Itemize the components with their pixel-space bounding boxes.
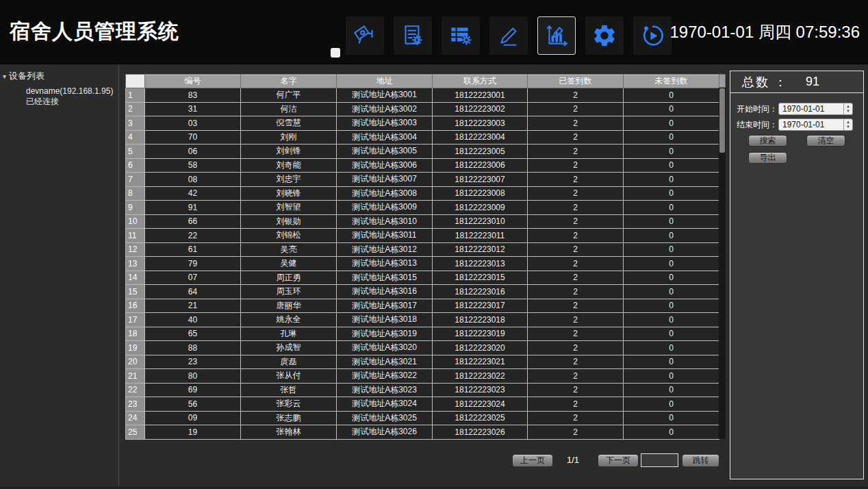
- table-cell: 79: [145, 257, 241, 271]
- table-row[interactable]: 1261吴亮测试地址A栋30121812222301220: [126, 242, 719, 257]
- table-cell: 42: [145, 186, 241, 201]
- toolbar-button-edit[interactable]: [489, 16, 528, 55]
- spin-down-icon[interactable]: ▼: [846, 125, 850, 129]
- row-number-cell: 6: [126, 158, 145, 173]
- export-button[interactable]: 导出: [748, 152, 787, 164]
- table-row[interactable]: 2356张彩云测试地址A栋30241812222302420: [126, 397, 719, 412]
- table-cell: 08: [145, 173, 241, 187]
- table-cell: 0: [624, 285, 719, 299]
- table-row[interactable]: 1122刘锦松测试地址A栋30111812222301120: [126, 229, 719, 243]
- attendance-grid: 编号 名字 地址 联系方式 已签到数 未签到数 183何广平测试地址A栋3001…: [125, 74, 719, 440]
- table-row[interactable]: 2023庹磊测试地址A栋30211812222302120: [126, 355, 719, 369]
- start-time-label: 开始时间：: [730, 103, 778, 115]
- table-row[interactable]: 1066刘银勋测试地址A栋30101812222301020: [126, 214, 719, 229]
- spin-up-icon[interactable]: ▲: [846, 121, 850, 124]
- table-row[interactable]: 231何洁测试地址A栋30021812222300220: [126, 102, 719, 116]
- end-time-spinner: ▲ ▼: [843, 119, 852, 130]
- table-cell: 2: [528, 369, 624, 384]
- table-row[interactable]: 1407周正勇测试地址A栋30151812222301520: [126, 271, 719, 285]
- table-cell: 测试地址A栋3024: [337, 397, 433, 412]
- table-row[interactable]: 658刘奇能测试地址A栋30061812222300620: [126, 158, 719, 173]
- device-tree-group[interactable]: ▾ 设备列表: [0, 64, 118, 82]
- table-cell: 测试地址A栋3015: [337, 271, 433, 285]
- table-row[interactable]: 506刘剑锋测试地址A栋30051812222300520: [126, 145, 719, 159]
- table-row[interactable]: 991刘智望测试地址A栋30091812222300920: [126, 201, 719, 215]
- column-header-signed[interactable]: 已签到数: [528, 75, 624, 88]
- column-header-address[interactable]: 地址: [337, 75, 433, 88]
- table-cell: 18122223016: [433, 285, 528, 299]
- column-header-unsigned[interactable]: 未签到数: [624, 75, 719, 88]
- jump-button[interactable]: 跳转: [682, 454, 719, 467]
- table-row[interactable]: 470刘刚测试地址A栋30041812222300420: [126, 130, 719, 145]
- table-cell: 06: [145, 145, 241, 159]
- table-row[interactable]: 1988孙成智测试地址A栋30201812222302020: [126, 341, 719, 355]
- table-row[interactable]: 2269张哲测试地址A栋30231812222302320: [126, 383, 719, 397]
- row-number-cell: 23: [126, 397, 145, 412]
- table-row[interactable]: 183何广平测试地址A栋30011812222300120: [126, 88, 719, 103]
- toolbar-button-camera[interactable]: [346, 16, 384, 55]
- column-header-name[interactable]: 名字: [241, 75, 337, 88]
- table-cell: 2: [528, 88, 624, 103]
- spin-down-icon[interactable]: ▼: [846, 110, 850, 113]
- column-header-phone[interactable]: 联系方式: [433, 75, 528, 88]
- table-row[interactable]: 1379吴健测试地址A栋30131812222301320: [126, 257, 719, 271]
- device-list-sidebar: ▾ 设备列表 devname(192.168.1.95) 已经连接: [0, 64, 119, 486]
- toolbar-button-playback[interactable]: [633, 16, 672, 55]
- end-time-input[interactable]: 1970-01-01 ▲ ▼: [778, 118, 853, 131]
- next-page-button[interactable]: 下一页: [598, 454, 639, 467]
- table-row[interactable]: 1865孔琳测试地址A栋30191812222301920: [126, 327, 719, 341]
- table-cell: 18122223018: [433, 313, 528, 327]
- start-time-row: 开始时间： 1970-01-01 ▲ ▼: [730, 103, 865, 115]
- table-cell: 0: [624, 369, 719, 384]
- prev-page-button[interactable]: 上一页: [512, 454, 553, 467]
- title-bar: 宿舍人员管理系统: [0, 0, 868, 64]
- spin-up-icon[interactable]: ▲: [846, 105, 850, 108]
- scrollbar-header-cap: [719, 74, 726, 88]
- device-tree-item[interactable]: devname(192.168.1.95) 已经连接: [0, 82, 118, 107]
- jump-page-input[interactable]: [641, 453, 678, 467]
- total-label: 总数 ：: [730, 74, 788, 90]
- table-cell: 2: [528, 201, 624, 215]
- table-scrollbar[interactable]: [719, 74, 726, 439]
- row-number-cell: 11: [126, 229, 145, 243]
- clear-button[interactable]: 清空: [806, 135, 845, 147]
- table-scrollbar-thumb[interactable]: [719, 88, 725, 153]
- table-row[interactable]: 2180张从付测试地址A栋30221812222302220: [126, 369, 719, 384]
- row-number-cell: 21: [126, 369, 145, 384]
- table-cell: 03: [145, 116, 241, 131]
- table-row[interactable]: 1564周玉环测试地址A栋30161812222301620: [126, 285, 719, 299]
- toolbar-button-statistics[interactable]: [537, 16, 576, 55]
- table-cell: 0: [624, 271, 719, 285]
- table-cell: 18122223023: [433, 383, 528, 397]
- table-cell: 0: [624, 145, 719, 159]
- table-cell: 18122223015: [433, 271, 528, 285]
- drag-handle[interactable]: [331, 48, 340, 58]
- table-row[interactable]: 1621唐丽华测试地址A栋30171812222301720: [126, 299, 719, 313]
- table-cell: 刘银勋: [241, 214, 337, 229]
- toolbar-button-settings[interactable]: [585, 16, 624, 55]
- table-row[interactable]: 842刘晓锋测试地址A栋30081812222300820: [126, 186, 719, 201]
- table-cell: 07: [145, 271, 241, 285]
- table-row[interactable]: 2519张翰林测试地址A栋30261812222302620: [126, 425, 719, 440]
- search-button[interactable]: 搜索: [748, 135, 787, 147]
- toolbar-button-report[interactable]: [394, 16, 432, 55]
- table-cell: 18122223024: [433, 397, 528, 412]
- table-row[interactable]: 708刘忠宇测试地址A栋30071812222300720: [126, 173, 719, 187]
- toolbar-button-records[interactable]: [442, 16, 480, 55]
- table-row[interactable]: 303倪雪慧测试地址A栋30031812222300320: [126, 116, 719, 131]
- table-cell: 2: [528, 383, 624, 397]
- table-cell: 吴健: [241, 257, 337, 271]
- column-header-id[interactable]: 编号: [145, 75, 241, 88]
- table-cell: 0: [624, 411, 719, 425]
- table-cell: 18122223019: [433, 327, 528, 341]
- table-cell: 23: [145, 355, 241, 369]
- device-name: devname(192.168.1.95): [26, 86, 118, 97]
- page-title: 宿舍人员管理系统: [0, 18, 179, 46]
- collapse-arrow-icon[interactable]: ▾: [3, 73, 6, 80]
- start-time-input[interactable]: 1970-01-01 ▲ ▼: [778, 103, 853, 115]
- table-row[interactable]: 1740姚永全测试地址A栋30181812222301820: [126, 313, 719, 327]
- table-cell: 18122223021: [433, 355, 528, 369]
- table-cell: 测试地址A栋3013: [337, 257, 433, 271]
- table-cell: 40: [145, 313, 241, 327]
- table-row[interactable]: 2409张志鹏测试地址A栋30251812222302520: [126, 411, 719, 425]
